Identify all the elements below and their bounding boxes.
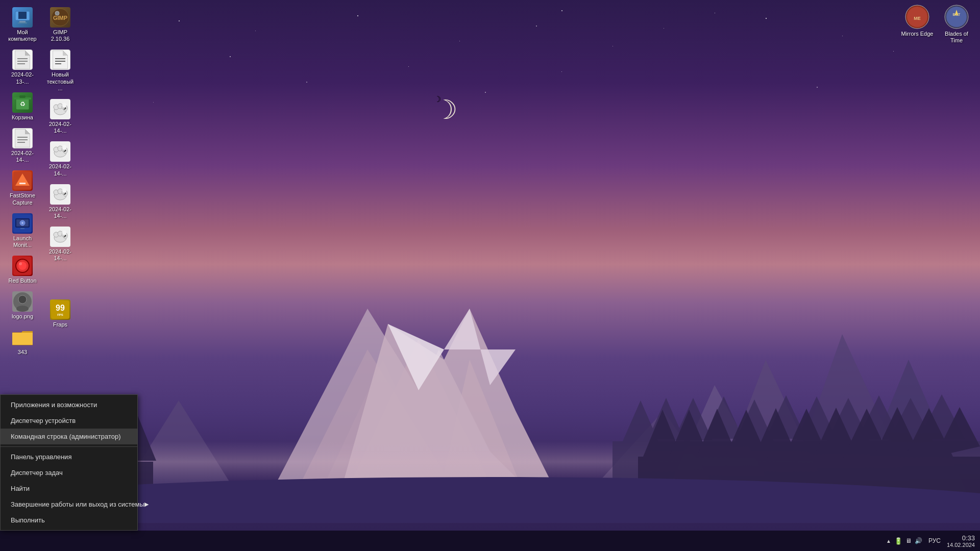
sheep4-label: 2024-02-14-...	[44, 248, 77, 262]
redbutton-label: Red Button	[8, 278, 36, 284]
taskbar-right: ▲ 🔋 🖥 🔊 РУС 0:33 14.02.2024	[886, 534, 975, 548]
file2-label: 2024-02-14-...	[6, 150, 39, 163]
shutdown-arrow-icon: ▶	[144, 501, 149, 508]
svg-rect-56	[19, 21, 26, 22]
svg-rect-62	[17, 63, 25, 64]
blades-of-time-label: Blades of Time	[940, 31, 973, 44]
sheep2-label: 2024-02-14-...	[44, 163, 77, 177]
recycle-icon: ♻	[12, 92, 33, 113]
taskbar: ▲ 🔋 🖥 🔊 РУС 0:33 14.02.2024	[0, 531, 980, 551]
folder343-icon	[12, 327, 33, 347]
svg-point-104	[65, 107, 66, 109]
svg-rect-60	[17, 58, 28, 59]
icon-file1[interactable]: 2024-02-13-...	[4, 47, 41, 87]
launch-label: Launch Monit...	[6, 235, 39, 248]
svg-marker-93	[63, 51, 68, 56]
my-computer-label: Мой компьютер	[6, 29, 39, 42]
icon-faststone[interactable]: FastStone Capture	[4, 168, 41, 208]
icon-fraps[interactable]: 99FPS Fraps	[42, 297, 79, 330]
redbutton-icon	[12, 256, 33, 276]
icon-blades-of-time[interactable]: BOT Blades of Time	[938, 3, 975, 46]
menu-device-manager[interactable]: Диспетчер устройств	[1, 413, 137, 429]
svg-rect-95	[55, 61, 65, 62]
faststone-icon	[12, 170, 33, 191]
mirrors-edge-icon: ME	[905, 5, 929, 29]
menu-separator1	[1, 446, 137, 447]
svg-rect-71	[17, 142, 25, 143]
svg-marker-92	[53, 51, 68, 69]
icon-folder343[interactable]: 343	[4, 325, 41, 358]
svg-rect-55	[18, 12, 27, 19]
icon-mirrors-edge[interactable]: ME Mirrors Edge	[899, 3, 936, 46]
blades-of-time-icon: BOT	[944, 5, 969, 29]
icon-sheep2[interactable]: 2024-02-14-...	[42, 139, 79, 179]
gimp-label: GIMP 2.10.36	[44, 29, 77, 42]
newtext-icon	[50, 49, 70, 70]
sheep3-label: 2024-02-14-...	[44, 206, 77, 219]
system-tray: ▲ 🔋 🖥 🔊	[886, 537, 922, 545]
faststone-label: FastStone Capture	[6, 192, 39, 206]
sheep2-icon	[50, 141, 70, 162]
svg-point-86	[18, 295, 27, 304]
svg-text:99: 99	[56, 304, 65, 312]
menu-run[interactable]: Выполнить	[1, 512, 137, 528]
background-svg	[0, 258, 980, 523]
icon-gimp[interactable]: GIMP GIMP 2.10.36	[42, 5, 79, 44]
sheep1-icon	[50, 99, 70, 119]
top-right-icons: ME Mirrors Edge BOT Blades of Time	[899, 3, 975, 46]
svg-rect-70	[17, 139, 28, 140]
menu-shutdown[interactable]: Завершение работы или выход из системы ▶	[1, 496, 137, 512]
icon-newtext[interactable]: Новый текстовый ...	[42, 47, 79, 94]
icon-sheep4[interactable]: 2024-02-14-...	[42, 224, 79, 264]
svg-point-102	[62, 103, 66, 108]
svg-point-110	[62, 145, 66, 150]
menu-control-panel[interactable]: Панель управления	[1, 449, 137, 465]
tray-battery-icon: 🔋	[894, 537, 902, 545]
svg-marker-68	[25, 129, 30, 134]
svg-text:♻: ♻	[20, 101, 26, 108]
menu-task-manager[interactable]: Диспетчер задач	[1, 465, 137, 481]
taskbar-language[interactable]: РУС	[926, 537, 943, 544]
sheep1-label: 2024-02-14-...	[44, 121, 77, 134]
desktop: ☽ Мой компьютер	[0, 0, 980, 551]
context-menu: Приложения и возможности Диспетчер устро…	[0, 394, 138, 531]
menu-search[interactable]: Найти	[1, 481, 137, 496]
newtext-label: Новый текстовый ...	[44, 71, 77, 92]
svg-text:ME: ME	[914, 16, 921, 21]
file1-icon	[12, 49, 33, 70]
icon-my-computer[interactable]: Мой компьютер	[4, 5, 41, 44]
logo-label: logo.png	[12, 313, 33, 320]
menu-cmd-admin[interactable]: Командная строка (администратор)	[1, 429, 137, 444]
svg-text:FPS: FPS	[57, 313, 63, 316]
menu-apps[interactable]: Приложения и возможности	[1, 397, 137, 413]
icon-redbutton[interactable]: Red Button	[4, 254, 41, 286]
svg-rect-65	[19, 95, 26, 98]
gimp-icon: GIMP	[50, 7, 70, 28]
svg-point-112	[65, 150, 66, 152]
svg-rect-94	[55, 58, 65, 59]
tray-arrow-icon[interactable]: ▲	[886, 538, 891, 544]
svg-marker-58	[15, 51, 30, 69]
taskbar-clock[interactable]: 0:33 14.02.2024	[947, 534, 975, 548]
file1-label: 2024-02-13-...	[6, 71, 39, 85]
svg-point-118	[62, 188, 66, 193]
fraps-icon: 99FPS	[50, 299, 70, 320]
svg-point-84	[19, 262, 22, 265]
my-computer-icon	[12, 7, 33, 28]
svg-rect-80	[20, 228, 24, 229]
svg-rect-61	[17, 61, 28, 62]
svg-text:GIMP: GIMP	[53, 15, 67, 21]
svg-point-79	[21, 222, 23, 224]
svg-rect-96	[55, 63, 61, 64]
icon-logo[interactable]: logo.png	[4, 289, 41, 322]
folder343-label: 343	[18, 349, 27, 356]
logo-icon	[12, 291, 33, 312]
sheep4-icon	[50, 227, 70, 247]
icon-recycle[interactable]: ♻ Корзина	[4, 90, 41, 123]
svg-point-128	[65, 235, 66, 237]
icon-file2[interactable]: 2024-02-14-...	[4, 126, 41, 165]
icon-sheep1[interactable]: 2024-02-14-...	[42, 97, 79, 136]
tray-volume-icon[interactable]: 🔊	[915, 537, 922, 544]
icon-launch[interactable]: Launch Monit...	[4, 211, 41, 251]
icon-sheep3[interactable]: 2024-02-14-...	[42, 182, 79, 221]
